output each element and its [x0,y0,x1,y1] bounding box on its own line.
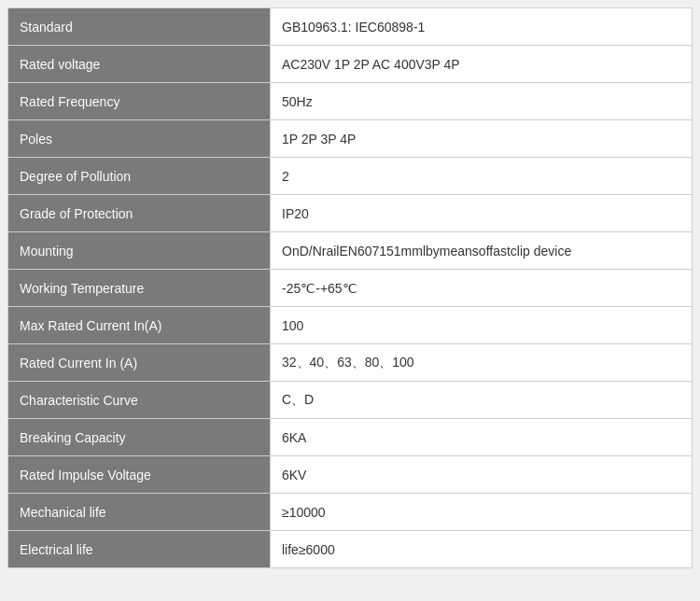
row-label: Mounting [8,232,270,269]
row-label: Rated Current In (A) [8,344,270,381]
table-row: Breaking Capacity 6KA [8,419,692,456]
row-value: IP20 [270,195,692,231]
row-label: Poles [8,120,270,157]
table-row: Rated Current In (A)32、40、63、80、100 [8,344,692,382]
row-value: ≥10000 [270,494,692,530]
specs-table: StandardGB10963.1: IEC60898-1Rated volta… [7,7,693,568]
table-row: Electrical lifelife≥6000 [8,531,692,568]
row-value: 2 [270,158,692,194]
row-value: AC230V 1P 2P AC 400V3P 4P [270,46,692,82]
table-row: Poles1P 2P 3P 4P [8,120,692,158]
row-value: 1P 2P 3P 4P [270,120,692,157]
row-value: 32、40、63、80、100 [270,344,692,381]
table-row: Max Rated Current In(A)100 [8,307,692,344]
row-label: Rated voltage [8,46,270,82]
table-row: Characteristic CurveC、D [8,382,692,419]
table-row: Rated Frequency50Hz [8,83,692,120]
table-row: Rated Impulse Voltage6KV [8,456,692,494]
row-label: Rated Impulse Voltage [8,456,270,493]
row-label: Max Rated Current In(A) [8,307,270,343]
row-value: C、D [270,382,692,418]
table-row: Working Temperature-25℃-+65℃ [8,270,692,307]
row-value: 100 [270,307,692,343]
row-label: Breaking Capacity [8,419,270,455]
row-value: 50Hz [270,83,692,119]
row-label: Working Temperature [8,270,270,306]
table-row: Degree of Pollution2 [8,158,692,195]
row-value: -25℃-+65℃ [270,270,692,306]
table-row: Mechanical life≥10000 [8,494,692,531]
table-row: StandardGB10963.1: IEC60898-1 [8,8,692,46]
table-row: Grade of ProtectionIP20 [8,195,692,232]
table-row: Rated voltageAC230V 1P 2P AC 400V3P 4P [8,46,692,83]
row-value: 6KV [270,456,692,493]
row-label: Characteristic Curve [8,382,270,418]
row-label: Degree of Pollution [8,158,270,194]
row-value: GB10963.1: IEC60898-1 [270,8,692,45]
row-value: OnD/NrailEN607151mmlbymeansoffastclip de… [270,232,692,269]
row-value: 6KA [270,419,692,455]
row-label: Rated Frequency [8,83,270,119]
row-label: Standard [8,8,270,45]
row-value: life≥6000 [270,531,692,567]
row-label: Grade of Protection [8,195,270,231]
row-label: Mechanical life [8,494,270,530]
table-row: MountingOnD/NrailEN607151mmlbymeansoffas… [8,232,692,270]
row-label: Electrical life [8,531,270,567]
